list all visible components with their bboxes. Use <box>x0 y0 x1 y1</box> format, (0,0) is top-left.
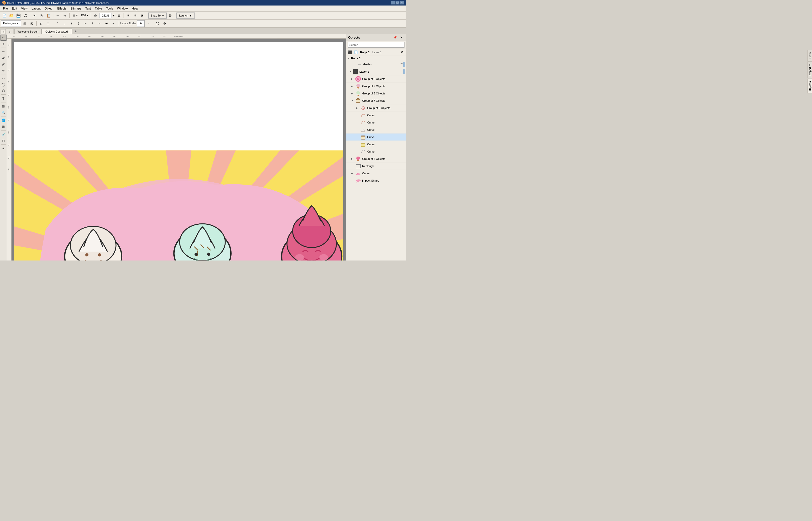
curve-5[interactable]: Curve <box>346 141 406 148</box>
panel-close-button[interactable]: ✕ <box>398 35 404 40</box>
layer-arrow[interactable] <box>350 70 352 73</box>
crop-tool[interactable]: ⊡ <box>0 103 6 109</box>
snap-settings-button[interactable]: ⚙ <box>167 12 174 19</box>
node-tool[interactable]: ⊹ <box>0 41 6 47</box>
rectangle-item[interactable]: Rectangle <box>346 163 406 170</box>
zoom-input[interactable]: 251% <box>99 13 112 18</box>
polygon-tool[interactable]: ⬡ <box>0 88 6 94</box>
paste-button[interactable]: 📋 <box>45 12 52 19</box>
fit-page-button[interactable]: ⊞ <box>125 12 132 19</box>
layers-icon[interactable]: ⬛ <box>347 50 353 55</box>
launch-button[interactable]: Launch ▼ <box>176 13 195 19</box>
back-arrow[interactable]: ◁ <box>1 29 5 34</box>
pen-tool[interactable]: 🖊 <box>0 61 6 67</box>
print-button[interactable]: 🖨 <box>22 12 28 19</box>
zoom-dropdown-icon[interactable]: ▼ <box>112 14 115 17</box>
elastic-mode-btn[interactable]: ⛶ <box>154 20 161 27</box>
import-button[interactable]: ▤ ▼ <box>71 12 80 19</box>
minimize-button[interactable]: − <box>391 1 395 4</box>
curve-6[interactable]: Curve <box>346 148 406 155</box>
subgroup-3-obj[interactable]: Group of 3 Objects <box>346 105 406 112</box>
snap-nodes-button[interactable]: ⊞ <box>22 20 28 27</box>
group-3-obj-1[interactable]: Group of 3 Objects <box>346 90 406 97</box>
curve-2[interactable]: Curve <box>346 119 406 126</box>
docker-tab[interactable]: Objects Docker.cdr <box>42 28 72 34</box>
close-button[interactable]: ✕ <box>400 1 404 4</box>
curve-top-1[interactable]: Curve <box>346 170 406 177</box>
menu-object[interactable]: Object <box>43 6 56 11</box>
menu-table[interactable]: Table <box>93 6 104 11</box>
reduce-nodes-input[interactable]: 0 <box>137 20 145 27</box>
node-btn5[interactable]: ∿ <box>82 20 89 27</box>
node-btn7[interactable]: ⌀ <box>96 20 103 27</box>
objects-settings-button[interactable]: ⚙ <box>399 50 405 55</box>
zoom-tool[interactable]: 🔍 <box>0 110 6 115</box>
menu-help[interactable]: Help <box>130 6 140 11</box>
node-btn2[interactable]: ⌄ <box>61 20 68 27</box>
add-node-btn[interactable]: ✛ <box>161 20 168 27</box>
node-btn9[interactable]: ∞ <box>110 20 117 27</box>
group-5-obj[interactable]: Group of 5 Objects <box>346 155 406 163</box>
eyedropper-tool[interactable]: 💉 <box>0 131 6 137</box>
menu-tools[interactable]: Tools <box>104 6 115 11</box>
menu-window[interactable]: Window <box>115 6 130 11</box>
node-btn1[interactable]: ⌃ <box>54 20 61 27</box>
curve-1[interactable]: Curve <box>346 112 406 119</box>
rectangle-tool[interactable]: ▭ <box>0 75 6 81</box>
freehand-tool[interactable]: ✏ <box>0 49 6 54</box>
page-arrow[interactable] <box>348 57 350 60</box>
zoom-selection-button[interactable]: ⊡ <box>132 12 138 19</box>
panel-pin-button[interactable]: 📌 <box>393 35 398 40</box>
move-nodes-button[interactable]: ⊠ <box>28 20 35 27</box>
redo-button[interactable]: ↪ <box>62 12 68 19</box>
node-shape-btn2[interactable]: ◻ <box>45 20 51 27</box>
restore-button[interactable]: ❐ <box>395 1 399 4</box>
add-tool[interactable]: + <box>0 145 6 151</box>
zoom-in-button[interactable]: ⊕ <box>116 12 122 19</box>
impact-shape-item[interactable]: Impact Shape <box>346 177 406 184</box>
snap-to-button[interactable]: Snap To ▼ <box>148 13 167 19</box>
copy-button[interactable]: ⎘ <box>38 12 45 19</box>
welcome-tab[interactable]: Welcome Screen <box>14 28 42 34</box>
page-1-item[interactable]: Page 1 <box>346 56 406 61</box>
new-button[interactable]: 📄 <box>1 12 7 19</box>
undo-button[interactable]: ↩ <box>54 12 61 19</box>
group-arrow-1[interactable] <box>351 78 354 80</box>
node-btn8[interactable]: ⋈ <box>103 20 110 27</box>
home-tab[interactable]: ⌂ <box>5 28 14 34</box>
group-arrow-5[interactable] <box>351 158 354 160</box>
search-input[interactable] <box>348 42 404 48</box>
curve-top-arrow-1[interactable] <box>351 172 354 175</box>
group-arrow-3[interactable] <box>351 92 354 95</box>
bezier-tool[interactable]: ∿ <box>0 67 6 73</box>
reduce-nodes-btn[interactable]: ← <box>145 20 152 27</box>
zoom-all-button[interactable]: ▣ <box>139 12 146 19</box>
curve-3[interactable]: Curve <box>346 126 406 134</box>
save-button[interactable]: 💾 <box>15 12 22 19</box>
group-arrow-4[interactable] <box>351 99 354 102</box>
curve-4-selected[interactable]: Curve <box>346 134 406 141</box>
group-2-obj-1[interactable]: Group of 2 Objects <box>346 75 406 83</box>
group-arrow-2[interactable] <box>351 85 354 87</box>
guides-item[interactable]: Guides 👁 <box>346 61 406 68</box>
fill-tool[interactable]: 🪣 <box>0 117 6 123</box>
eraser-tool[interactable]: ◻ <box>0 137 6 143</box>
export-pdf-button[interactable]: PDF▼ <box>81 12 89 19</box>
shape-selector-button[interactable]: Rectangular ▼ <box>1 20 21 27</box>
select-tool[interactable]: ↖ <box>0 35 6 41</box>
page-icon[interactable]: 📄 <box>353 50 359 55</box>
menu-effects[interactable]: Effects <box>56 6 68 11</box>
zoom-out-button[interactable]: ⊖ <box>92 12 99 19</box>
artistic-media-tool[interactable]: 🖌 <box>0 55 6 61</box>
open-button[interactable]: 📂 <box>8 12 15 19</box>
node-shape-btn1[interactable]: ◇ <box>38 20 44 27</box>
layer-1-item[interactable]: ⬛ Layer 1 <box>346 68 406 75</box>
menu-bitmaps[interactable]: Bitmaps <box>68 6 83 11</box>
mesh-fill-tool[interactable]: ⊞ <box>0 123 6 130</box>
ellipse-tool[interactable]: ◯ <box>0 82 6 87</box>
node-btn4[interactable]: ⟨ <box>75 20 82 27</box>
group-7-obj[interactable]: Group of 7 Objects <box>346 97 406 105</box>
group-2-obj-2[interactable]: Group of 2 Objects <box>346 83 406 90</box>
menu-view[interactable]: View <box>19 6 29 11</box>
menu-layout[interactable]: Layout <box>29 6 43 11</box>
